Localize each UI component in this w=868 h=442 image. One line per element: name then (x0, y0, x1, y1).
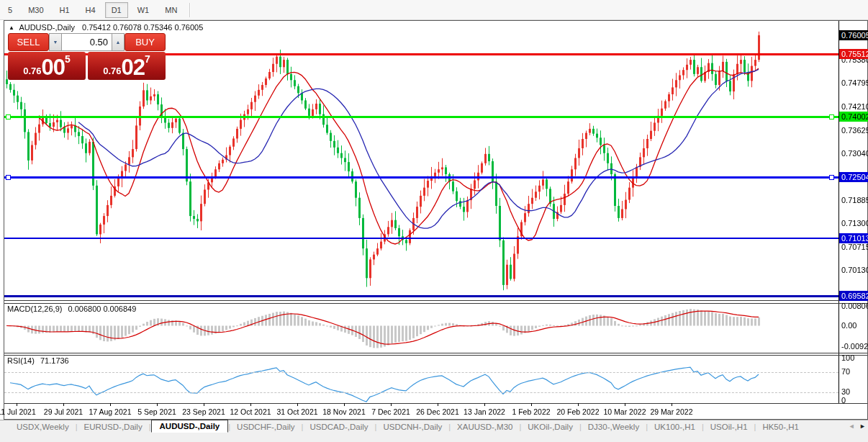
chart-tab-dj30-weekly[interactable]: DJ30-,Weekly (582, 421, 646, 433)
chart-tab-usdcad-daily[interactable]: USDCAD-,Daily (303, 421, 374, 433)
horizontal-line-0.71013[interactable] (4, 238, 838, 239)
price-axis-line (838, 21, 839, 403)
date-label: 26 Dec 2021 (416, 407, 459, 416)
volume-decrease-button[interactable]: ▼ (49, 33, 62, 51)
tab-scroll-right-icon[interactable]: ► (859, 423, 866, 430)
buy-price-display[interactable]: 0.76027 (88, 52, 166, 80)
indicator-scale-label: -0.00928 (841, 342, 868, 351)
chart-tab-usoil-h1[interactable]: USOil-,H1 (704, 421, 754, 433)
date-label: 10 Mar 2022 (604, 407, 646, 416)
sell-price-big: 00 (42, 56, 65, 78)
rsi-panel-top-border (4, 355, 867, 356)
price-tick-label: 0.70715 (841, 243, 868, 251)
chart-tab-usdchf-daily[interactable]: USDCHF-,Daily (230, 421, 302, 433)
indicator-scale-label: 0.00 (841, 321, 856, 330)
sell-price-pip: 5 (65, 54, 71, 64)
rsi-level-30-line (4, 392, 838, 393)
date-label: 5 Sep 2021 (137, 407, 176, 416)
price-tick-label: 0.74210 (841, 102, 868, 111)
date-tick (344, 403, 345, 406)
line-drag-handle-left[interactable] (6, 175, 11, 180)
rsi-level-70-line (4, 372, 838, 373)
date-tick (625, 403, 625, 406)
date-tick (484, 403, 485, 406)
date-tick (157, 403, 158, 406)
chart-window[interactable]: ▲ AUDUSD-,Daily 0.75412 0.76078 0.75346 … (4, 20, 868, 420)
rsi-panel-bottom-border (4, 403, 867, 404)
date-label: 7 Dec 2021 (371, 407, 410, 416)
timeframe-button-5[interactable]: 5 (1, 2, 19, 18)
timeframe-button-m30[interactable]: M30 (22, 2, 50, 18)
date-label: 12 Oct 2021 (230, 407, 271, 416)
tab-scroll-left-icon[interactable]: ◄ (849, 423, 855, 430)
chart-tab-ukoil-daily[interactable]: UKOil-,Daily (521, 421, 579, 433)
chart-tab-usdcnh-daily[interactable]: USDCNH-,Daily (376, 421, 448, 433)
date-tick (391, 403, 392, 406)
date-label: 17 Aug 2021 (89, 407, 132, 416)
date-tick (110, 403, 111, 406)
price-tick-label: 0.73625 (841, 126, 868, 135)
sell-price-display[interactable]: 0.76005 (8, 52, 86, 80)
chart-symbol-period: AUDUSD-,Daily (19, 23, 75, 32)
price-chart-canvas[interactable] (4, 21, 867, 419)
one-click-trading-widget: SELL ▼ 0.50 ▲ BUY 0.76005 0.76027 (8, 33, 166, 80)
macd-panel-bottom-border[interactable] (4, 353, 867, 353)
buy-button[interactable]: BUY (125, 33, 166, 51)
buy-price-pip: 7 (145, 54, 150, 64)
chart-tab-eurusd-daily[interactable]: EURUSD-,Daily (78, 421, 149, 433)
date-label: 13 Jan 2022 (464, 407, 505, 416)
date-tick (63, 403, 64, 406)
date-label: 31 Oct 2021 (276, 407, 317, 416)
timeframe-button-mn[interactable]: MN (158, 2, 184, 18)
timeframe-button-d1[interactable]: D1 (105, 2, 128, 18)
macd-name: MACD(12,26,9) (7, 305, 62, 313)
date-tick (531, 403, 532, 406)
horizontal-line-0.69582[interactable] (4, 295, 838, 297)
horizontal-line-0.74002[interactable] (4, 116, 838, 118)
chart-tab-bar: USDX,Weekly|EURUSD-,Daily|AUDUSD-,Daily|… (0, 420, 868, 433)
line-drag-handle-right[interactable] (829, 114, 834, 119)
line-drag-handle-left[interactable] (6, 114, 11, 119)
date-tick (250, 403, 251, 406)
date-tick (672, 403, 672, 406)
horizontal-line-0.72504[interactable] (4, 176, 838, 179)
line-drag-handle-right[interactable] (829, 175, 834, 180)
indicator-scale-label: 100 (841, 353, 854, 362)
price-marker-label: 0.71013 (839, 233, 868, 243)
chart-tab-hk50-h1[interactable]: HK50-,H1 (756, 421, 805, 433)
main-panel-bottom-border[interactable] (4, 300, 867, 301)
price-tick-label: 0.74795 (841, 78, 868, 87)
timeframe-button-w1[interactable]: W1 (131, 2, 156, 18)
indicator-scale-label: 30 (841, 387, 850, 396)
chart-tab-usdx-weekly[interactable]: USDX,Weekly (10, 421, 76, 433)
status-bar (0, 433, 868, 442)
indicator-scale-label: 0.008061 (841, 302, 868, 310)
chart-tab-uk100-h1[interactable]: UK100-,H1 (648, 421, 702, 433)
timeframe-button-h1[interactable]: H1 (53, 2, 76, 18)
date-label: 11 Jul 2021 (0, 407, 36, 416)
macd-indicator-label: MACD(12,26,9) 0.006800 0.006849 (7, 305, 136, 313)
rsi-indicator-label: RSI(14) 71.1736 (7, 356, 69, 365)
chart-ohlc-values: 0.75412 0.76078 0.75346 0.76005 (82, 23, 203, 32)
timeframe-toolbar: 5M30H1H4D1W1MN (0, 0, 868, 20)
volume-input[interactable]: 0.50 (62, 33, 112, 51)
timeframe-button-h4[interactable]: H4 (79, 2, 102, 18)
sell-price-prefix: 0.76 (23, 64, 41, 78)
date-label: 1 Feb 2022 (512, 407, 550, 416)
chart-title: ▲ AUDUSD-,Daily 0.75412 0.76078 0.75346 … (9, 23, 203, 32)
collapse-arrow-icon[interactable]: ▲ (9, 24, 14, 31)
volume-increase-button[interactable]: ▲ (112, 33, 125, 51)
buy-price-prefix: 0.76 (103, 64, 121, 78)
date-tick (438, 403, 438, 406)
rsi-value: 71.1736 (40, 356, 69, 365)
date-tick (17, 403, 17, 406)
date-label: 29 Mar 2022 (651, 407, 693, 416)
price-marker-label: 0.69582 (839, 291, 868, 301)
chart-tab-audusd-daily[interactable]: AUDUSD-,Daily (151, 420, 229, 433)
sell-button[interactable]: SELL (8, 33, 49, 51)
price-tick-label: 0.70130 (841, 266, 868, 274)
price-tick-label: 0.71300 (841, 219, 868, 227)
macd-values: 0.006800 0.006849 (68, 305, 136, 313)
price-marker-label: 0.74002 (839, 112, 868, 122)
chart-tab-xauusd-m30[interactable]: XAUUSD-,M30 (451, 421, 519, 433)
